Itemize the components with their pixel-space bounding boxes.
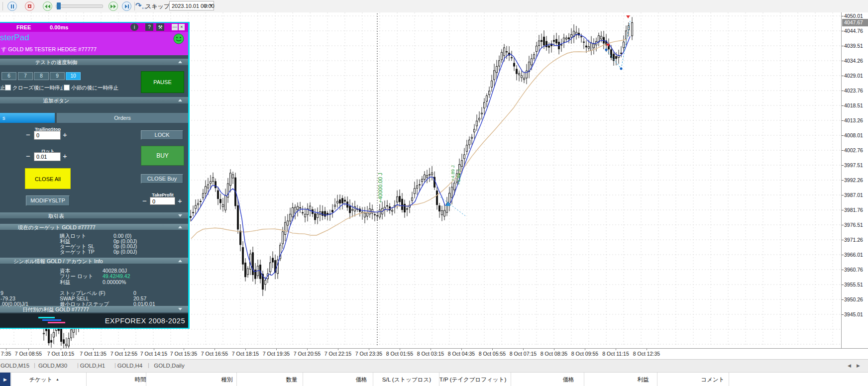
time-axis-label: 8 Oct 07:15 bbox=[510, 351, 537, 357]
trading-panel: FREE 0.00ms i ? ⚒ — × sterPad す GOLD M5 … bbox=[0, 22, 190, 329]
tab-gold-m30[interactable]: GOLD,M30 bbox=[38, 363, 67, 369]
truncated-label: 止 bbox=[0, 85, 5, 92]
price-axis-label: 3960.76 bbox=[844, 267, 863, 273]
speed-button-7[interactable]: 7 bbox=[18, 72, 33, 80]
lot-input[interactable]: 0.01 bbox=[34, 152, 61, 161]
price-axis-tick bbox=[842, 225, 844, 225]
section-trade-table[interactable]: 取引表 bbox=[0, 212, 188, 218]
minimize-icon[interactable]: — bbox=[172, 24, 178, 30]
symbol-row: フリー ロット49.42/49.42 bbox=[0, 273, 188, 279]
tab-positions[interactable]: s bbox=[0, 113, 55, 123]
target-row: ターゲット SL0p (0.00J) bbox=[0, 243, 188, 249]
time-axis-tick bbox=[245, 349, 246, 350]
tab-gold-daily[interactable]: GOLD,Daily bbox=[154, 363, 184, 369]
close-all-button[interactable]: CLOSE All bbox=[25, 168, 71, 189]
skip-label: スキップ bbox=[145, 2, 170, 11]
skip-to-end-button[interactable] bbox=[122, 1, 131, 11]
price-axis-tick bbox=[842, 46, 844, 46]
svg-text:+4.89 J: +4.89 J bbox=[450, 165, 455, 181]
trailing-plus-button[interactable]: + bbox=[63, 131, 67, 138]
pause-playback-button[interactable] bbox=[7, 1, 17, 11]
tab-gold-m15[interactable]: GOLD,M15 bbox=[0, 363, 29, 369]
speed-slider-handle[interactable] bbox=[57, 2, 61, 9]
column-divider bbox=[11, 373, 11, 386]
speed-button-6[interactable]: 6 bbox=[1, 72, 16, 80]
column-header[interactable]: 利益 bbox=[638, 376, 649, 384]
price-axis-tick bbox=[842, 195, 844, 195]
time-axis-label: 7 Oct 10:15 bbox=[47, 351, 74, 357]
lock-button[interactable]: LOCK bbox=[141, 130, 183, 140]
speed-button-9[interactable]: 9 bbox=[50, 72, 65, 80]
row-label: 利益 bbox=[60, 279, 70, 286]
tools-icon[interactable]: ⚒ bbox=[156, 23, 164, 31]
help-icon[interactable]: ? bbox=[145, 23, 153, 31]
tabs-scroll-left-icon[interactable]: ◀ bbox=[848, 363, 851, 368]
smiley-icon[interactable] bbox=[173, 33, 184, 44]
panel-titlebar[interactable]: FREE 0.00ms i ? ⚒ — × bbox=[0, 23, 188, 32]
column-header[interactable]: S/L (ストップロス) bbox=[382, 376, 431, 384]
lot-plus-button[interactable]: + bbox=[63, 153, 67, 160]
trailing-minus-button[interactable]: − bbox=[26, 131, 30, 138]
column-header[interactable]: チケット bbox=[29, 376, 52, 384]
tab-gold-h1[interactable]: GOLD,H1 bbox=[80, 363, 106, 369]
pause-after-bar-checkbox[interactable] bbox=[64, 85, 70, 91]
section-extra-buttons[interactable]: 追加ボタン bbox=[0, 97, 188, 103]
price-axis-label: 4029.01 bbox=[844, 73, 863, 79]
price-axis-label: 3955.51 bbox=[844, 282, 863, 288]
price-axis-tick bbox=[842, 61, 844, 61]
column-header[interactable]: T/P (テイクプロフィット) bbox=[439, 376, 506, 384]
takeprofit-minus-button[interactable]: − bbox=[142, 197, 147, 204]
section-speed-control[interactable]: テストの速度制御 bbox=[0, 59, 188, 65]
speed-button-8[interactable]: 8 bbox=[34, 72, 49, 80]
column-header[interactable]: 時間 bbox=[135, 376, 146, 384]
tab-orders[interactable]: Orders bbox=[57, 113, 188, 123]
pause-button[interactable]: PAUSE bbox=[141, 71, 184, 93]
column-divider bbox=[236, 373, 237, 386]
takeprofit-plus-button[interactable]: + bbox=[178, 197, 182, 204]
tabs-scroll-right-icon[interactable]: ▶ bbox=[857, 363, 860, 368]
close-buy-button[interactable]: CLOSE Buy bbox=[141, 174, 183, 184]
time-axis-label: 7 Oct 11:35 bbox=[80, 351, 107, 357]
price-axis-tick bbox=[842, 91, 844, 91]
column-divider bbox=[303, 373, 303, 386]
price-axis-tick bbox=[842, 120, 844, 121]
panel-title: sterPad bbox=[0, 33, 29, 43]
trade-panel-expand-button[interactable]: ▶ bbox=[0, 373, 10, 386]
lot-minus-button[interactable]: − bbox=[26, 153, 30, 160]
buy-button[interactable]: BUY bbox=[141, 146, 184, 166]
speed-slider[interactable] bbox=[56, 4, 103, 8]
stop-button[interactable] bbox=[25, 1, 34, 11]
trailing-stop-input[interactable]: 0 bbox=[34, 131, 61, 140]
price-axis[interactable]: 4050.014044.764039.514034.264029.014023.… bbox=[841, 12, 868, 348]
price-axis-tick bbox=[842, 16, 844, 16]
price-axis-tick bbox=[842, 210, 844, 210]
info-row: 9ストップレベル (F)0 bbox=[0, 290, 188, 295]
price-axis-label: 3950.26 bbox=[844, 296, 863, 302]
tab-gold-h4[interactable]: GOLD,H4 bbox=[117, 363, 143, 369]
time-axis-label: 7 Oct 22:15 bbox=[325, 351, 351, 357]
close-icon[interactable]: × bbox=[179, 24, 185, 30]
chart-period-tabs: ◀ ▶ GOLD,M15GOLD,M30GOLD,H1GOLD,H4GOLD,D… bbox=[0, 359, 868, 372]
info-icon[interactable]: i bbox=[130, 23, 138, 31]
price-axis-tick bbox=[842, 180, 844, 181]
column-header[interactable]: 種別 bbox=[221, 376, 233, 384]
column-header[interactable]: 数量 bbox=[286, 376, 298, 384]
pause-after-close-checkbox[interactable] bbox=[5, 85, 11, 91]
skip-date-combobox[interactable]: 2023.10.01 00:00 ▦ bbox=[169, 1, 214, 10]
rewind-button[interactable] bbox=[43, 1, 52, 11]
price-axis-label: 4023.76 bbox=[844, 88, 863, 94]
skip-date-value: 2023.10.01 00:00 bbox=[172, 3, 215, 9]
section-current-target[interactable]: 現在のターゲット GOLD #77777 bbox=[0, 224, 188, 230]
speed-button-10[interactable]: 10 bbox=[66, 72, 81, 80]
column-header[interactable]: 価格 bbox=[356, 376, 367, 384]
section-symbol-info[interactable]: シンボル情報 GOLD / アカウント Info bbox=[0, 258, 188, 264]
time-axis-tick bbox=[93, 349, 94, 350]
profit-bar-blue bbox=[42, 319, 61, 321]
modify-sltp-button[interactable]: MODIFYSLTP bbox=[26, 195, 70, 206]
fast-forward-button[interactable] bbox=[108, 1, 118, 11]
row-label: ターゲット TP bbox=[60, 249, 95, 256]
profit-bar-pink bbox=[48, 322, 65, 323]
column-header[interactable]: 価格 bbox=[563, 376, 574, 384]
takeprofit-input[interactable]: 0 bbox=[150, 197, 175, 205]
column-header[interactable]: コメント bbox=[701, 376, 724, 384]
